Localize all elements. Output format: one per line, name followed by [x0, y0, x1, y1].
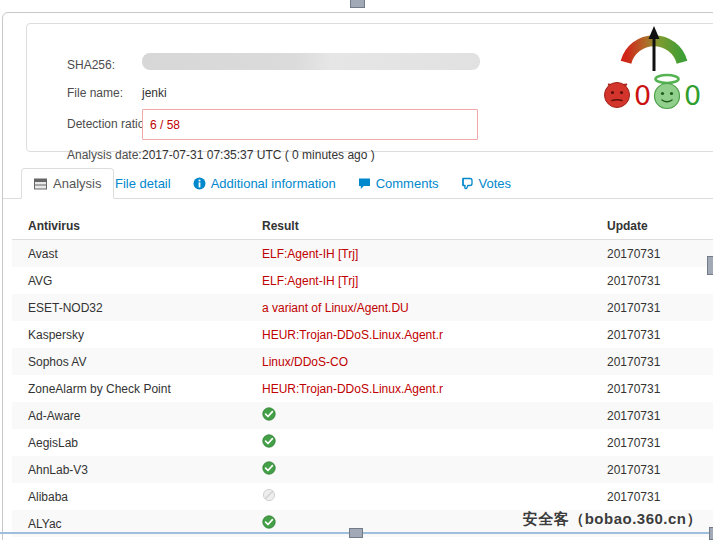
column-header-antivirus: Antivirus [28, 219, 80, 233]
detection-ratio-label: Detection ratio: [67, 117, 148, 131]
detection-ratio-value: 6 / 58 [150, 118, 180, 132]
update-date: 20170731 [607, 436, 660, 450]
update-date: 20170731 [607, 274, 660, 288]
result-cell [262, 409, 276, 426]
tab-votes[interactable]: Votes [450, 168, 523, 199]
gauge-needle-arrow-icon [649, 26, 660, 71]
angel-face-icon [655, 75, 680, 109]
detection-result-text: HEUR:Trojan-DDoS.Linux.Agent.r [262, 328, 443, 342]
update-date: 20170731 [607, 382, 660, 396]
detection-ratio-box: 6 / 58 [142, 109, 478, 140]
malicious-votes-count: 0 [634, 80, 651, 111]
table-row: KasperskyHEUR:Trojan-DDoS.Linux.Agent.r2… [12, 321, 713, 348]
antivirus-name: AhnLab-V3 [28, 463, 88, 477]
tab-analysis[interactable]: Analysis [21, 168, 114, 199]
tab-file-detail-label: File detail [115, 176, 171, 191]
result-cell: HEUR:Trojan-DDoS.Linux.Agent.r [262, 328, 443, 342]
table-header-row: Antivirus Result Update [12, 212, 713, 240]
antivirus-name: AVG [28, 274, 52, 288]
antivirus-name: Sophos AV [28, 355, 87, 369]
selection-handle-bottom-right[interactable] [709, 527, 713, 540]
selection-handle-right[interactable] [707, 256, 713, 275]
result-cell: a variant of Linux/Agent.DU [262, 301, 409, 315]
tab-comments[interactable]: Comments [347, 168, 450, 199]
antivirus-name: Kaspersky [28, 328, 84, 342]
result-cell [262, 463, 276, 480]
tabs-bar: File detail Additional information Comme… [86, 168, 522, 199]
table-row: AVGELF:Agent-IH [Trj]20170731 [12, 267, 713, 294]
tab-additional-information-label: Additional information [211, 176, 336, 191]
detection-result-text: a variant of Linux/Agent.DU [262, 301, 409, 315]
column-header-update: Update [607, 219, 648, 233]
comment-icon [358, 177, 371, 190]
file-name-label: File name: [67, 86, 123, 100]
tab-comments-label: Comments [376, 176, 439, 191]
update-date: 20170731 [607, 301, 660, 315]
thumbs-down-icon [461, 177, 474, 190]
devil-face-icon [605, 83, 630, 108]
table-row: Sophos AVLinux/DDoS-CO20170731 [12, 348, 713, 375]
tab-votes-label: Votes [479, 176, 512, 191]
antivirus-name: Alibaba [28, 490, 68, 504]
file-name-value: jenki [142, 86, 167, 100]
detection-result-text: Linux/DDoS-CO [262, 355, 348, 369]
antivirus-name: AegisLab [28, 436, 78, 450]
table-row: AvastELF:Agent-IH [Trj]20170731 [12, 240, 713, 267]
table-row: Ad-Aware 20170731 [12, 402, 713, 429]
table-row: AhnLab-V3 20170731 [12, 456, 713, 483]
antivirus-results-table: Antivirus Result Update AvastELF:Agent-I… [12, 212, 713, 537]
result-cell: Linux/DDoS-CO [262, 355, 348, 369]
update-date: 20170731 [607, 490, 660, 504]
detection-result-text: HEUR:Trojan-DDoS.Linux.Agent.r [262, 382, 443, 396]
reputation-gauge: 0 0 [596, 22, 708, 118]
detection-result-text: ELF:Agent-IH [Trj] [262, 274, 358, 288]
antivirus-name: Ad-Aware [28, 409, 80, 423]
update-date: 20170731 [607, 409, 660, 423]
antivirus-name: ESET-NOD32 [28, 301, 103, 315]
result-cell: ELF:Agent-IH [Trj] [262, 274, 358, 288]
table-row: Alibaba 20170731 [12, 483, 713, 510]
antivirus-name: Avast [28, 247, 58, 261]
analysis-date-label: Analysis date: [67, 148, 142, 162]
tab-analysis-label: Analysis [53, 176, 101, 191]
harmless-votes-count: 0 [684, 80, 701, 111]
clean-check-icon [262, 461, 276, 475]
table-row: ESET-NOD32a variant of Linux/Agent.DU201… [12, 294, 713, 321]
table-row: AegisLab 20170731 [12, 429, 713, 456]
selection-handle-bottom[interactable] [349, 528, 363, 538]
table-icon [34, 178, 47, 190]
clean-check-icon [262, 515, 276, 529]
sha256-label: SHA256: [67, 58, 115, 72]
watermark-text: 安全客（bobao.360.cn） [523, 510, 702, 529]
analysis-date-value: 2017-07-31 07:35:37 UTC ( 0 minutes ago … [142, 148, 375, 162]
column-header-result: Result [262, 219, 299, 233]
antivirus-name: ZoneAlarm by Check Point [28, 382, 171, 396]
antivirus-name: ALYac [28, 517, 62, 531]
clean-check-icon [262, 407, 276, 421]
update-date: 20170731 [607, 247, 660, 261]
screenshot-stage: SHA256: File name: jenki Detection ratio… [0, 0, 713, 540]
result-cell [262, 436, 276, 453]
table-row: ZoneAlarm by Check PointHEUR:Trojan-DDoS… [12, 375, 713, 402]
sha256-value-redacted [142, 53, 480, 70]
selection-handle-top[interactable] [350, 0, 365, 8]
update-date: 20170731 [607, 463, 660, 477]
not-scanned-icon [262, 488, 276, 502]
detection-result-text: ELF:Agent-IH [Trj] [262, 247, 358, 261]
update-date: 20170731 [607, 328, 660, 342]
info-icon [193, 177, 206, 190]
update-date: 20170731 [607, 355, 660, 369]
result-cell: ELF:Agent-IH [Trj] [262, 247, 358, 261]
result-cell [262, 490, 276, 507]
clean-check-icon [262, 434, 276, 448]
result-cell: HEUR:Trojan-DDoS.Linux.Agent.r [262, 382, 443, 396]
tab-additional-information[interactable]: Additional information [182, 168, 347, 199]
